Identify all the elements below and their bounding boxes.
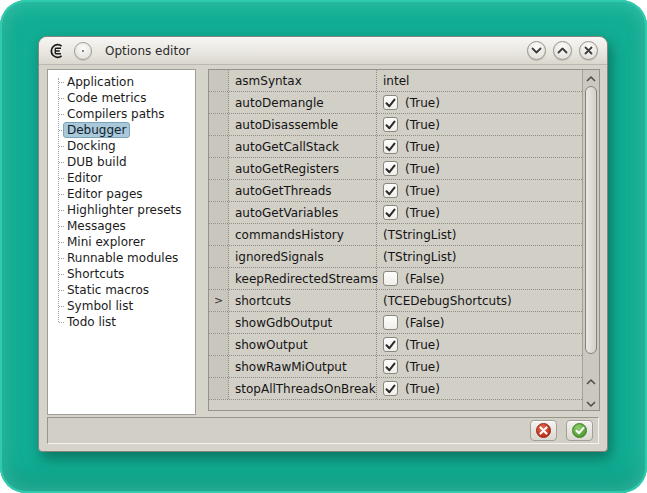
checkbox-checked-icon[interactable] xyxy=(383,337,398,352)
property-value-text: (True) xyxy=(405,96,440,110)
sidebar-item-runnable-modules[interactable]: Runnable modules xyxy=(48,250,195,266)
row-gutter xyxy=(209,334,229,355)
checkbox-checked-icon[interactable] xyxy=(383,95,398,110)
sidebar-item-label: Compilers paths xyxy=(63,106,169,122)
row-gutter xyxy=(209,158,229,179)
grid-scrollbar[interactable] xyxy=(582,70,599,410)
scrollbar-up-button-2[interactable] xyxy=(586,379,596,385)
property-row-ignoredSignals[interactable]: ignoredSignals(TStringList) xyxy=(209,246,582,268)
row-gutter xyxy=(209,180,229,201)
checkbox-checked-icon[interactable] xyxy=(383,381,398,396)
sidebar-item-label: DUB build xyxy=(63,154,131,170)
sidebar-item-editor[interactable]: Editor xyxy=(48,170,195,186)
roll-down-button[interactable] xyxy=(527,41,546,60)
scrollbar-thumb[interactable] xyxy=(585,86,597,354)
checkbox-unchecked-icon[interactable] xyxy=(383,271,398,286)
row-gutter xyxy=(209,136,229,157)
checkbox-checked-icon[interactable] xyxy=(383,161,398,176)
property-name: commandsHistory xyxy=(229,224,377,245)
row-gutter xyxy=(209,92,229,113)
property-row-autoGetCallStack[interactable]: autoGetCallStack(True) xyxy=(209,136,582,158)
coedit-logo-icon xyxy=(49,43,65,59)
property-value-cell[interactable]: (True) xyxy=(377,180,582,201)
property-row-showOutput[interactable]: showOutput(True) xyxy=(209,334,582,356)
close-button[interactable] xyxy=(579,41,598,60)
sidebar-item-shortcuts[interactable]: Shortcuts xyxy=(48,266,195,282)
property-value-cell[interactable]: (True) xyxy=(377,356,582,377)
titlebar[interactable]: Options editor xyxy=(39,37,607,65)
sidebar-item-code-metrics[interactable]: Code metrics xyxy=(48,90,195,106)
category-panel: ApplicationCode metricsCompilers pathsDe… xyxy=(47,69,196,415)
close-icon xyxy=(584,46,593,55)
roll-up-button[interactable] xyxy=(553,41,572,60)
property-value-cell[interactable]: (True) xyxy=(377,378,582,399)
expand-arrow-icon[interactable]: > xyxy=(209,290,229,311)
checkbox-checked-icon[interactable] xyxy=(383,139,398,154)
property-row-autoDisassemble[interactable]: autoDisassemble(True) xyxy=(209,114,582,136)
property-value-text: (True) xyxy=(405,206,440,220)
cancel-button[interactable] xyxy=(530,420,557,441)
sidebar-item-dub-build[interactable]: DUB build xyxy=(48,154,195,170)
property-value-text: (False) xyxy=(405,272,445,286)
sidebar-item-messages[interactable]: Messages xyxy=(48,218,195,234)
property-value-cell[interactable]: (False) xyxy=(377,312,582,333)
property-value-text: (True) xyxy=(405,360,440,374)
property-value-cell[interactable]: (True) xyxy=(377,158,582,179)
accept-circle-icon xyxy=(572,423,587,438)
property-value-cell[interactable]: (True) xyxy=(377,334,582,355)
sidebar-item-symbol-list[interactable]: Symbol list xyxy=(48,298,195,314)
sidebar-item-mini-explorer[interactable]: Mini explorer xyxy=(48,234,195,250)
property-value-cell[interactable]: (TCEDebugShortcuts) xyxy=(377,290,582,311)
accept-button[interactable] xyxy=(566,420,593,441)
row-gutter xyxy=(209,246,229,267)
property-value-cell[interactable]: (TStringList) xyxy=(377,246,582,267)
row-gutter xyxy=(209,268,229,289)
sidebar-item-debugger[interactable]: Debugger xyxy=(48,122,195,138)
property-row-autoGetVariables[interactable]: autoGetVariables(True) xyxy=(209,202,582,224)
checkbox-unchecked-icon[interactable] xyxy=(383,315,398,330)
property-value-text: (False) xyxy=(405,316,445,330)
property-row-asmSyntax[interactable]: asmSyntaxintel xyxy=(209,70,582,92)
sidebar-item-todo-list[interactable]: Todo list xyxy=(48,314,195,330)
property-value-cell[interactable]: intel xyxy=(377,70,582,91)
sidebar-item-static-macros[interactable]: Static macros xyxy=(48,282,195,298)
titlebar-buttons xyxy=(527,41,598,60)
property-value-cell[interactable]: (TStringList) xyxy=(377,224,582,245)
sidebar-item-docking[interactable]: Docking xyxy=(48,138,195,154)
options-editor-window: Options editor xyxy=(38,36,608,452)
property-row-showRawMiOutput[interactable]: showRawMiOutput(True) xyxy=(209,356,582,378)
row-gutter xyxy=(209,202,229,223)
property-value-cell[interactable]: (False) xyxy=(377,268,582,289)
scrollbar-down-button[interactable] xyxy=(586,401,596,407)
property-row-autoDemangle[interactable]: autoDemangle(True) xyxy=(209,92,582,114)
sidebar-item-compilers-paths[interactable]: Compilers paths xyxy=(48,106,195,122)
property-value-cell[interactable]: (True) xyxy=(377,202,582,223)
property-row-autoGetRegisters[interactable]: autoGetRegisters(True) xyxy=(209,158,582,180)
property-row-keepRedirectedStreams[interactable]: keepRedirectedStreams(False) xyxy=(209,268,582,290)
checkbox-checked-icon[interactable] xyxy=(383,359,398,374)
scrollbar-up-button[interactable] xyxy=(583,72,599,85)
sidebar-item-highlighter-presets[interactable]: Highlighter presets xyxy=(48,202,195,218)
checkbox-checked-icon[interactable] xyxy=(383,205,398,220)
checkbox-checked-icon[interactable] xyxy=(383,117,398,132)
property-value-cell[interactable]: (True) xyxy=(377,114,582,135)
property-name: autoGetRegisters xyxy=(229,158,377,179)
property-value-text: intel xyxy=(383,74,409,88)
window-menu-button[interactable] xyxy=(74,42,92,60)
property-row-commandsHistory[interactable]: commandsHistory(TStringList) xyxy=(209,224,582,246)
property-value-cell[interactable]: (True) xyxy=(377,92,582,113)
sidebar-item-label: Static macros xyxy=(63,282,153,298)
property-value-cell[interactable]: (True) xyxy=(377,136,582,157)
sidebar-item-application[interactable]: Application xyxy=(48,74,195,90)
desktop-background: Options editor xyxy=(0,0,647,493)
property-row-shortcuts[interactable]: >shortcuts(TCEDebugShortcuts) xyxy=(209,290,582,312)
checkbox-checked-icon[interactable] xyxy=(383,183,398,198)
property-row-stopAllThreadsOnBreak[interactable]: stopAllThreadsOnBreak(True) xyxy=(209,378,582,400)
property-row-autoGetThreads[interactable]: autoGetThreads(True) xyxy=(209,180,582,202)
property-name: shortcuts xyxy=(229,290,377,311)
sidebar-item-label: Shortcuts xyxy=(63,266,128,282)
row-gutter xyxy=(209,356,229,377)
property-row-showGdbOutput[interactable]: showGdbOutput(False) xyxy=(209,312,582,334)
sidebar-item-label: Application xyxy=(63,74,138,90)
sidebar-item-editor-pages[interactable]: Editor pages xyxy=(48,186,195,202)
